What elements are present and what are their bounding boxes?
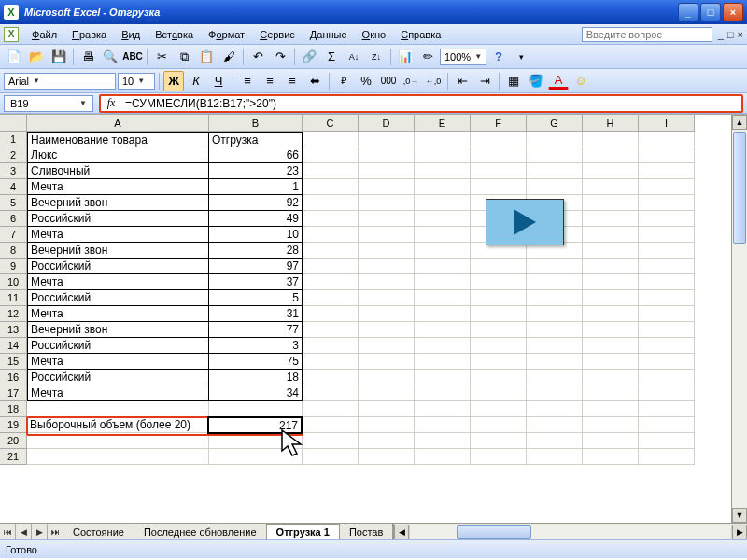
doc-restore-button[interactable]: □: [727, 29, 734, 40]
cell-G13[interactable]: [527, 322, 583, 338]
cell-D20[interactable]: [359, 433, 415, 449]
minimize-button[interactable]: _: [678, 3, 698, 21]
cell-H2[interactable]: [583, 147, 639, 163]
cell-H6[interactable]: [583, 211, 639, 227]
row-header-20[interactable]: 20: [0, 433, 27, 449]
col-header-F[interactable]: F: [471, 115, 527, 132]
row-header-14[interactable]: 14: [0, 338, 27, 354]
cell-C5[interactable]: [303, 195, 359, 211]
scroll-up-button[interactable]: ▲: [732, 115, 747, 130]
cell-H11[interactable]: [583, 290, 639, 306]
cell-D1[interactable]: [359, 132, 415, 147]
cell-H3[interactable]: [583, 163, 639, 179]
row-header-16[interactable]: 16: [0, 370, 27, 385]
decrease-indent-icon[interactable]: ⇤: [452, 71, 472, 91]
cell-E20[interactable]: [415, 433, 471, 449]
cell-I2[interactable]: [639, 147, 695, 163]
cell-H4[interactable]: [583, 179, 639, 195]
increase-decimal-icon[interactable]: ,0→: [401, 71, 421, 91]
cell-C10[interactable]: [303, 274, 359, 290]
col-header-I[interactable]: I: [639, 115, 695, 132]
menu-формат[interactable]: Формат: [201, 27, 252, 42]
cell-I17[interactable]: [639, 385, 695, 401]
cell-A21[interactable]: [27, 449, 209, 465]
cell-B16[interactable]: 18: [209, 370, 303, 385]
font-color-icon[interactable]: A: [548, 72, 569, 90]
cell-G20[interactable]: [527, 433, 583, 449]
underline-button[interactable]: Ч: [208, 71, 229, 91]
cell-E4[interactable]: [415, 179, 471, 195]
scroll-thumb-horizontal[interactable]: [457, 525, 531, 539]
cell-G19[interactable]: [527, 417, 583, 433]
cell-H5[interactable]: [583, 195, 639, 211]
cell-F9[interactable]: [471, 259, 527, 274]
scroll-down-button[interactable]: ▼: [732, 508, 747, 523]
menu-вставка[interactable]: Вставка: [148, 27, 201, 42]
cell-E18[interactable]: [415, 401, 471, 417]
cell-C9[interactable]: [303, 259, 359, 274]
cell-E9[interactable]: [415, 259, 471, 274]
menu-окно[interactable]: Окно: [355, 27, 394, 42]
cell-B20[interactable]: [209, 433, 303, 449]
cell-A11[interactable]: Российский: [27, 290, 209, 306]
cell-A9[interactable]: Российский: [27, 259, 209, 274]
cell-D2[interactable]: [359, 147, 415, 163]
doc-icon[interactable]: X: [4, 27, 19, 42]
cell-F16[interactable]: [471, 370, 527, 385]
cell-C20[interactable]: [303, 433, 359, 449]
tab-last-button[interactable]: ⏭: [48, 524, 63, 539]
select-all-corner[interactable]: [0, 115, 27, 132]
play-overlay-button[interactable]: [486, 199, 564, 245]
format-painter-icon[interactable]: 🖌: [218, 47, 239, 67]
cell-G16[interactable]: [527, 370, 583, 385]
cell-A8[interactable]: Вечерний звон: [27, 243, 209, 259]
cell-E3[interactable]: [415, 163, 471, 179]
cell-H13[interactable]: [583, 322, 639, 338]
open-icon[interactable]: 📂: [26, 47, 47, 67]
cell-G10[interactable]: [527, 274, 583, 290]
cell-D8[interactable]: [359, 243, 415, 259]
cell-C6[interactable]: [303, 211, 359, 227]
cell-D12[interactable]: [359, 306, 415, 322]
cell-D5[interactable]: [359, 195, 415, 211]
row-header-19[interactable]: 19: [0, 417, 27, 433]
cell-A18[interactable]: [27, 401, 209, 417]
cell-I8[interactable]: [639, 243, 695, 259]
cell-B13[interactable]: 77: [209, 322, 303, 338]
cell-A13[interactable]: Вечерний звон: [27, 322, 209, 338]
cell-I19[interactable]: [639, 417, 695, 433]
name-box[interactable]: B19 ▼: [4, 95, 93, 112]
zoom-combo[interactable]: 100%▼: [440, 49, 486, 65]
cell-H18[interactable]: [583, 401, 639, 417]
menu-справка[interactable]: Справка: [393, 27, 448, 42]
row-header-12[interactable]: 12: [0, 306, 27, 322]
save-icon[interactable]: 💾: [49, 47, 69, 67]
cell-C18[interactable]: [303, 401, 359, 417]
cell-A17[interactable]: Мечта: [27, 385, 209, 401]
help-icon[interactable]: ?: [488, 47, 509, 67]
cell-E14[interactable]: [415, 338, 471, 354]
cell-I21[interactable]: [639, 449, 695, 465]
cell-F10[interactable]: [471, 274, 527, 290]
cell-B17[interactable]: 34: [209, 385, 303, 401]
cell-B10[interactable]: 37: [209, 274, 303, 290]
row-header-3[interactable]: 3: [0, 163, 27, 179]
menu-сервис[interactable]: Сервис: [252, 27, 303, 42]
cell-D19[interactable]: [359, 417, 415, 433]
font-size-combo[interactable]: 10▼: [118, 73, 155, 90]
sort-asc-icon[interactable]: A↓: [344, 47, 364, 67]
toolbar-options-icon[interactable]: ▾: [511, 47, 531, 67]
cell-H12[interactable]: [583, 306, 639, 322]
cell-H15[interactable]: [583, 354, 639, 370]
cell-B9[interactable]: 97: [209, 259, 303, 274]
cell-G9[interactable]: [527, 259, 583, 274]
cell-H8[interactable]: [583, 243, 639, 259]
cell-E5[interactable]: [415, 195, 471, 211]
tab-next-button[interactable]: ▶: [32, 524, 48, 539]
cell-D18[interactable]: [359, 401, 415, 417]
cell-E17[interactable]: [415, 385, 471, 401]
cell-I16[interactable]: [639, 370, 695, 385]
cell-I3[interactable]: [639, 163, 695, 179]
cell-B18[interactable]: [209, 401, 303, 417]
cell-I1[interactable]: [639, 132, 695, 147]
